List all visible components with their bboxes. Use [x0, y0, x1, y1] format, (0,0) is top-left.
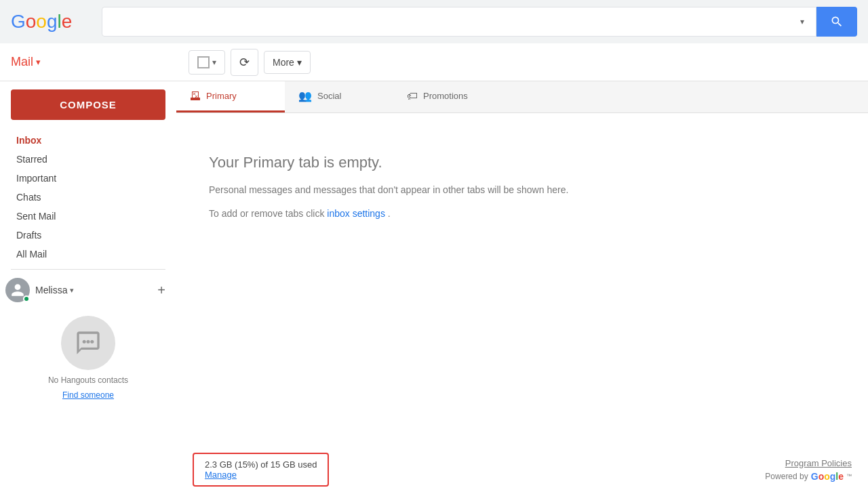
sidebar-divider: [11, 269, 165, 270]
refresh-button[interactable]: ⟳: [231, 49, 258, 76]
social-tab-label: Social: [317, 91, 341, 101]
empty-state: Your Primary tab is empty. Personal mess…: [176, 113, 868, 260]
sidebar-item-chats[interactable]: Chats: [0, 188, 165, 207]
tab-promotions[interactable]: 🏷 Promotions: [393, 81, 502, 112]
powered-by: Powered by Google ™: [765, 471, 852, 482]
empty-description: Personal messages and messages that don'…: [209, 182, 835, 197]
online-indicator: [23, 295, 30, 302]
drafts-label: Drafts: [16, 230, 41, 241]
svg-point-0: [83, 340, 86, 344]
empty-settings-text: To add or remove tabs click inbox settin…: [209, 208, 835, 219]
sidebar-item-starred[interactable]: Starred: [0, 150, 165, 169]
primary-tab-icon: 🗳: [190, 90, 201, 102]
sidebar-item-inbox[interactable]: Inbox: [0, 131, 165, 150]
sidebar-item-drafts[interactable]: Drafts: [0, 226, 165, 245]
sidebar-item-all[interactable]: All Mail: [0, 245, 165, 264]
powered-by-prefix: Powered by: [765, 472, 808, 481]
footer: 2.3 GB (15%) of 15 GB used Manage Progra…: [176, 447, 868, 492]
program-policies-link[interactable]: Program Policies: [785, 458, 852, 468]
storage-text: 2.3 GB (15%) of 15 GB used: [205, 459, 317, 470]
primary-tab-label: Primary: [206, 91, 237, 101]
sidebar-item-important[interactable]: Important: [0, 169, 165, 188]
mail-label[interactable]: Mail ▾: [11, 55, 41, 69]
search-bar-container: ▾: [102, 7, 857, 37]
search-input-wrapper: ▾: [102, 7, 816, 37]
sidebar: COMPOSE Inbox Starred Important Chats Se…: [0, 81, 176, 492]
refresh-icon: ⟳: [239, 55, 250, 70]
tab-social[interactable]: 👥 Social: [285, 81, 393, 112]
search-icon: [830, 15, 844, 28]
tab-primary[interactable]: 🗳 Primary: [176, 81, 285, 112]
important-label: Important: [16, 173, 56, 184]
toolbar-actions: ▾ ⟳ More ▾: [183, 49, 316, 76]
chat-bubble-icon: [61, 316, 115, 370]
inbox-settings-link[interactable]: inbox settings: [327, 208, 385, 219]
sent-label: Sent Mail: [16, 211, 56, 222]
trademark-symbol: ™: [846, 473, 852, 479]
storage-box: 2.3 GB (15%) of 15 GB used Manage: [193, 453, 329, 487]
social-tab-icon: 👥: [298, 89, 312, 102]
footer-right: Program Policies Powered by Google ™: [765, 458, 852, 482]
tabs-bar: 🗳 Primary 👥 Social 🏷 Promotions: [176, 81, 868, 113]
settings-prefix: To add or remove tabs click: [209, 208, 327, 219]
compose-button[interactable]: COMPOSE: [11, 89, 165, 120]
add-contact-button[interactable]: +: [152, 281, 171, 300]
google-footer-logo: Google: [811, 471, 844, 482]
more-label: More: [273, 57, 294, 68]
avatar: [5, 278, 30, 302]
checkbox-icon: [197, 56, 210, 68]
select-checkbox-button[interactable]: ▾: [189, 50, 225, 75]
empty-title: Your Primary tab is empty.: [209, 154, 835, 171]
header: Google ▾: [0, 0, 868, 43]
search-dropdown-button[interactable]: ▾: [789, 7, 816, 36]
user-row[interactable]: Melissa ▾ +: [0, 275, 176, 305]
manage-link[interactable]: Manage: [205, 470, 237, 480]
search-submit-button[interactable]: [816, 7, 857, 37]
no-hangouts-container: No Hangouts contacts Find someone: [0, 316, 176, 400]
starred-label: Starred: [16, 154, 47, 165]
promotions-tab-icon: 🏷: [407, 90, 418, 102]
no-hangouts-text: No Hangouts contacts: [48, 375, 128, 385]
inbox-label: Inbox: [16, 135, 41, 146]
checkbox-dropdown-icon: ▾: [212, 58, 216, 67]
chats-label: Chats: [16, 192, 41, 203]
more-dropdown-icon: ▾: [297, 57, 302, 68]
main-layout: COMPOSE Inbox Starred Important Chats Se…: [0, 81, 868, 492]
content-area: 🗳 Primary 👥 Social 🏷 Promotions Your Pri…: [176, 81, 868, 492]
user-name: Melissa ▾: [35, 285, 74, 295]
more-button[interactable]: More ▾: [264, 51, 311, 74]
search-input[interactable]: [102, 7, 789, 36]
all-label: All Mail: [16, 249, 47, 260]
svg-point-2: [90, 340, 94, 344]
svg-point-1: [87, 340, 90, 344]
find-someone-link[interactable]: Find someone: [62, 390, 114, 400]
settings-suffix: .: [388, 208, 391, 219]
mail-dropdown-icon: ▾: [36, 57, 41, 67]
mail-text: Mail: [11, 55, 33, 69]
google-logo: Google: [11, 11, 85, 33]
promotions-tab-label: Promotions: [423, 91, 468, 101]
sidebar-item-sent[interactable]: Sent Mail: [0, 207, 165, 226]
